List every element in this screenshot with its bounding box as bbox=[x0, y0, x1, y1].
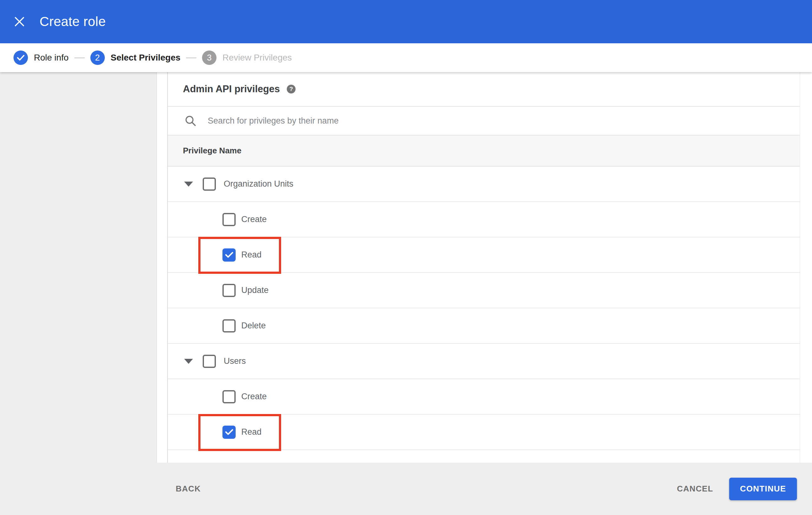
create-role-dialog: Create role Role info 2 Select Privilege… bbox=[0, 0, 812, 515]
table-row: Read bbox=[168, 415, 800, 450]
step-review-privileges[interactable]: 3 Review Privileges bbox=[202, 51, 292, 65]
row-checkbox[interactable] bbox=[223, 213, 236, 226]
row-checkbox[interactable] bbox=[223, 319, 236, 332]
row-label: Users bbox=[224, 356, 246, 366]
help-icon[interactable]: ? bbox=[287, 85, 295, 93]
row-checkbox-checked[interactable] bbox=[223, 248, 236, 262]
row-label: Read bbox=[241, 250, 262, 260]
cancel-button[interactable]: CANCEL bbox=[677, 484, 713, 494]
step-role-info[interactable]: Role info bbox=[13, 51, 69, 65]
step-separator bbox=[75, 57, 85, 58]
annotation-highlight-box bbox=[198, 414, 281, 451]
step-complete-check-icon bbox=[13, 51, 28, 65]
collapse-arrow-icon[interactable] bbox=[184, 182, 193, 187]
row-label: Create bbox=[241, 392, 267, 401]
table-header: Privilege Name bbox=[168, 135, 800, 166]
table-row: Create bbox=[168, 202, 800, 237]
step-label: Review Privileges bbox=[223, 53, 292, 63]
row-label: Create bbox=[241, 215, 267, 224]
left-spacer-panel bbox=[0, 72, 157, 463]
column-header-privilege-name: Privilege Name bbox=[183, 146, 241, 156]
step-separator bbox=[186, 57, 196, 58]
step-number-badge: 3 bbox=[202, 51, 216, 65]
page-title: Create role bbox=[39, 14, 106, 29]
privileges-search-row bbox=[168, 107, 800, 135]
row-checkbox[interactable] bbox=[223, 390, 236, 403]
step-number-badge: 2 bbox=[90, 51, 105, 65]
row-label: Delete bbox=[241, 321, 266, 331]
collapse-arrow-icon[interactable] bbox=[184, 359, 193, 364]
step-select-privileges[interactable]: 2 Select Privileges bbox=[90, 51, 181, 65]
privileges-card: Admin API privileges ? Privilege Name Or… bbox=[167, 72, 800, 463]
table-row: Update bbox=[168, 273, 800, 308]
row-checkbox-checked[interactable] bbox=[223, 426, 236, 439]
section-title: Admin API privileges bbox=[183, 84, 280, 95]
check-icon bbox=[225, 429, 233, 435]
table-row: Read bbox=[168, 237, 800, 273]
search-icon bbox=[184, 115, 196, 127]
row-label: Update bbox=[241, 285, 268, 295]
dialog-titlebar: Create role bbox=[0, 0, 812, 43]
row-checkbox[interactable] bbox=[223, 284, 236, 297]
continue-button[interactable]: CONTINUE bbox=[729, 478, 797, 500]
row-label: Organization Units bbox=[224, 179, 293, 189]
search-input[interactable] bbox=[207, 116, 647, 126]
table-row: Create bbox=[168, 379, 800, 415]
table-row: Organization Units bbox=[168, 166, 800, 202]
row-label: Read bbox=[241, 427, 262, 437]
row-checkbox[interactable] bbox=[203, 355, 216, 368]
step-label: Role info bbox=[34, 53, 69, 63]
action-bar: BACK CANCEL CONTINUE bbox=[0, 463, 812, 515]
step-label: Select Privileges bbox=[111, 53, 181, 63]
table-row: Users bbox=[168, 344, 800, 379]
check-icon bbox=[225, 251, 233, 258]
back-button[interactable]: BACK bbox=[176, 484, 201, 494]
table-row: Delete bbox=[168, 308, 800, 344]
card-heading: Admin API privileges ? bbox=[168, 72, 800, 107]
annotation-highlight-box bbox=[198, 237, 281, 274]
wizard-stepper: Role info 2 Select Privileges 3 Review P… bbox=[0, 43, 812, 72]
clipped-next-row bbox=[168, 450, 800, 463]
close-icon[interactable] bbox=[14, 16, 25, 27]
row-checkbox[interactable] bbox=[203, 178, 216, 191]
